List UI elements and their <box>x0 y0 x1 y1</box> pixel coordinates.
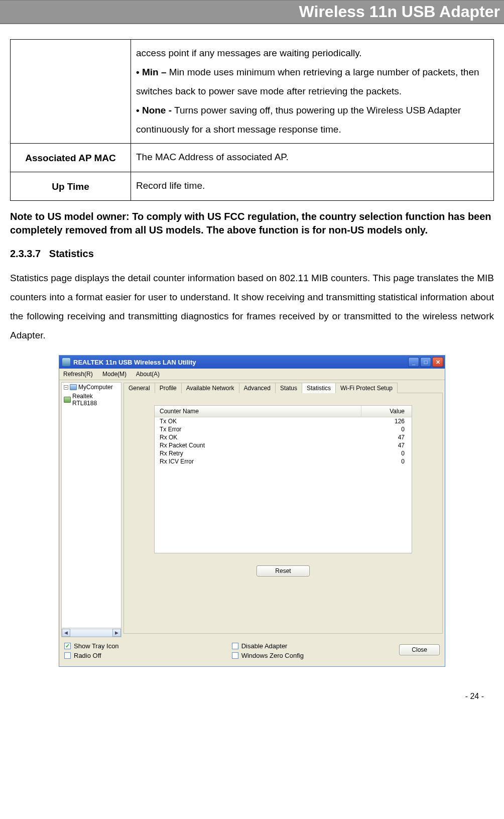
tab-status[interactable]: Status <box>275 383 302 393</box>
tab-advanced[interactable]: Advanced <box>239 383 276 393</box>
bottom-options-row: ✓ Show Tray Icon Radio Off Disable Adapt… <box>59 639 445 666</box>
col-value[interactable]: Value <box>361 406 412 417</box>
window-titlebar[interactable]: REALTEK 11n USB Wireless LAN Utility _ □… <box>59 356 445 369</box>
stat-value: 0 <box>361 425 412 433</box>
collapse-icon[interactable]: − <box>64 385 68 390</box>
stat-value: 126 <box>361 417 412 425</box>
scroll-left-icon[interactable]: ◀ <box>62 629 70 637</box>
stats-table-header[interactable]: Counter Name Value <box>155 406 412 417</box>
checkbox-wzc[interactable] <box>232 652 238 659</box>
term-up-time: Up Time <box>11 172 131 201</box>
tree-root[interactable]: − MyComputer <box>62 383 121 392</box>
checkbox-radio-off[interactable] <box>64 652 71 659</box>
tab-wps[interactable]: Wi-Fi Protect Setup <box>335 383 398 393</box>
label-radio-off: Radio Off <box>74 652 101 659</box>
section-heading: 2.3.3.7 Statistics <box>10 248 494 260</box>
table-row[interactable]: Rx Retry0 <box>155 449 412 457</box>
tab-available-network[interactable]: Available Network <box>181 383 239 393</box>
section-number: 2.3.3.7 <box>10 248 41 259</box>
table-row[interactable]: Rx OK47 <box>155 433 412 441</box>
device-tree-panel: − MyComputer Realtek RTL8188 ◀ ▶ <box>61 382 121 637</box>
table-cell-empty <box>11 40 131 144</box>
tab-general[interactable]: General <box>123 383 155 393</box>
checkbox-show-tray[interactable]: ✓ <box>64 643 71 649</box>
table-row[interactable]: Rx Packet Count47 <box>155 441 412 449</box>
statistics-paragraph: Statistics page displays the detail coun… <box>10 269 494 345</box>
tab-profile[interactable]: Profile <box>155 383 182 393</box>
page-number: - 24 - <box>0 692 504 701</box>
power-desc-intro: access point if any messages are waiting… <box>136 48 362 58</box>
statistics-pane: Counter Name Value Tx OK126Tx Error0Rx O… <box>123 393 443 634</box>
stat-value: 47 <box>361 441 412 449</box>
reset-button[interactable]: Reset <box>257 565 309 576</box>
adapter-icon <box>64 397 71 403</box>
stat-name: Tx Error <box>155 425 361 433</box>
label-disable-adapter: Disable Adapter <box>241 642 288 650</box>
min-text: Min mode uses minimum when retrieving a … <box>136 67 479 96</box>
window-title: REALTEK 11n USB Wireless LAN Utility <box>73 359 196 366</box>
tree-child-label: Realtek RTL8188 <box>72 393 119 407</box>
none-text: Turns power saving off, thus powering up… <box>136 105 461 135</box>
stat-name: Rx ICV Error <box>155 457 361 465</box>
tree-root-label: MyComputer <box>78 384 113 391</box>
table-row[interactable]: Tx Error0 <box>155 425 412 433</box>
stat-value: 0 <box>361 457 412 465</box>
close-button[interactable]: Close <box>399 644 440 655</box>
menu-mode[interactable]: Mode(M) <box>102 371 127 378</box>
definition-table: access point if any messages are waiting… <box>10 39 494 201</box>
app-icon <box>62 358 70 366</box>
table-cell-power-desc: access point if any messages are waiting… <box>131 40 494 144</box>
label-wzc: Windows Zero Config <box>241 652 304 659</box>
col-counter-name[interactable]: Counter Name <box>155 406 361 417</box>
min-label: • Min – <box>136 67 167 77</box>
menu-about[interactable]: About(A) <box>136 371 160 378</box>
statistics-table: Counter Name Value Tx OK126Tx Error0Rx O… <box>154 405 412 553</box>
desc-associated-ap-mac: The MAC Address of associated AP. <box>131 144 494 172</box>
tree-scrollbar[interactable]: ◀ ▶ <box>62 628 121 637</box>
close-window-button[interactable]: ✕ <box>432 357 443 367</box>
tree-child[interactable]: Realtek RTL8188 <box>62 392 121 408</box>
stat-name: Tx OK <box>155 417 361 425</box>
label-show-tray: Show Tray Icon <box>74 642 119 650</box>
none-label: • None - <box>136 105 172 115</box>
desc-up-time: Record life time. <box>131 172 494 201</box>
compliance-note: Note to US model owner: To comply with U… <box>10 210 494 237</box>
table-row[interactable]: Tx OK126 <box>155 417 412 425</box>
section-title: Statistics <box>49 248 94 259</box>
menu-refresh[interactable]: Refresh(R) <box>63 371 93 378</box>
app-window: REALTEK 11n USB Wireless LAN Utility _ □… <box>59 355 445 667</box>
tab-statistics[interactable]: Statistics <box>302 383 336 393</box>
scroll-right-icon[interactable]: ▶ <box>112 629 121 637</box>
document-header: Wireless 11n USB Adapter <box>0 0 504 24</box>
stat-value: 0 <box>361 449 412 457</box>
stat-name: Rx Packet Count <box>155 441 361 449</box>
stat-value: 47 <box>361 433 412 441</box>
scroll-track[interactable] <box>70 629 112 637</box>
maximize-button[interactable]: □ <box>420 357 431 367</box>
table-row[interactable]: Rx ICV Error0 <box>155 457 412 465</box>
term-associated-ap-mac: Associated AP MAC <box>11 144 131 172</box>
minimize-button[interactable]: _ <box>408 357 419 367</box>
computer-icon <box>70 384 77 390</box>
menu-bar: Refresh(R) Mode(M) About(A) <box>59 369 445 380</box>
stat-name: Rx OK <box>155 433 361 441</box>
checkbox-disable-adapter[interactable] <box>232 643 238 649</box>
stat-name: Rx Retry <box>155 449 361 457</box>
